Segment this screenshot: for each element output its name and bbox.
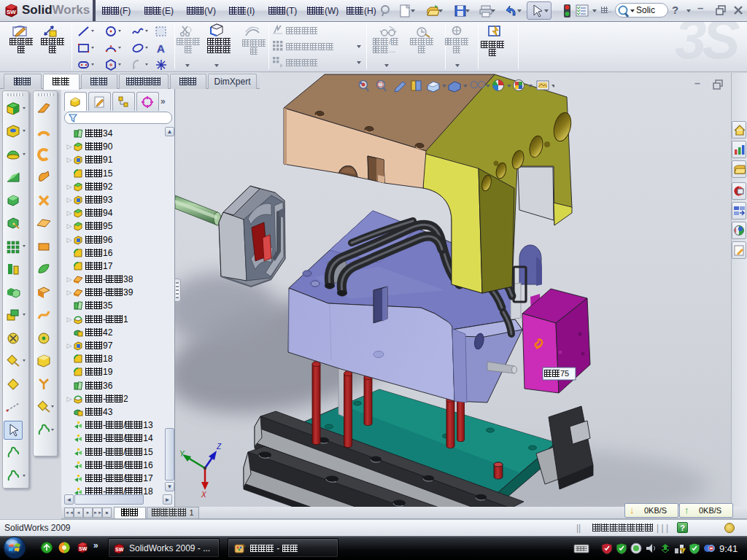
svg-text:Z: Z bbox=[216, 443, 222, 451]
svg-text:!: ! bbox=[681, 548, 683, 553]
svg-text:SW: SW bbox=[115, 547, 124, 552]
svg-text:SW: SW bbox=[7, 9, 16, 15]
svg-text:A: A bbox=[157, 42, 165, 55]
svg-text:X: X bbox=[201, 491, 206, 499]
svg-text:SW: SW bbox=[79, 546, 88, 551]
